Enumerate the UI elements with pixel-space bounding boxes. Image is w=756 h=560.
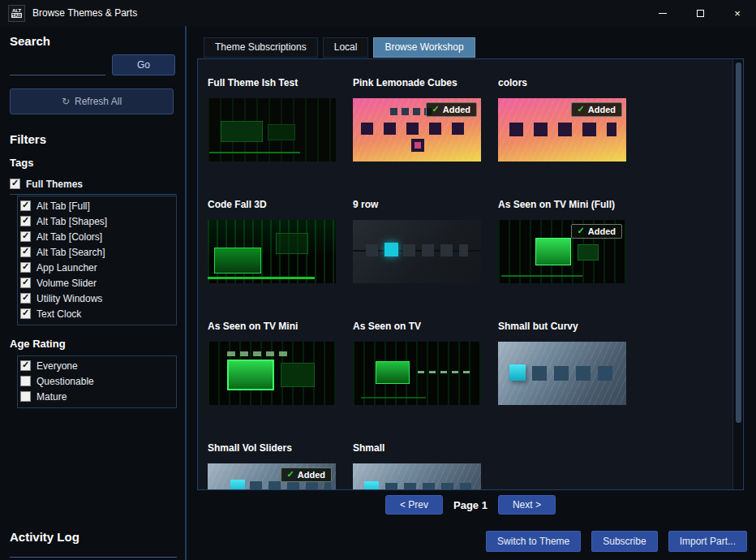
go-button[interactable]: Go [112, 54, 175, 75]
tab-label: Browse Workshop [384, 41, 463, 53]
theme-card[interactable]: As Seen on TV Mini ✓ Added [208, 321, 336, 442]
next-page-button[interactable]: Next > [498, 495, 556, 515]
action-button[interactable]: Switch to Theme [486, 531, 581, 552]
filter-tag[interactable]: Alt Tab [Full] [20, 198, 176, 213]
checkbox-label: Alt Tab [Colors] [37, 231, 102, 243]
action-button-label: Import Part... [680, 536, 736, 547]
filter-tag[interactable]: Alt Tab [Search] [20, 244, 176, 260]
thumbnail-shape [214, 248, 261, 274]
page-number-label: Page 1 [453, 499, 488, 511]
checkbox[interactable] [20, 247, 31, 257]
check-icon: ✓ [287, 469, 294, 480]
theme-title: Shmall but Curvy [498, 321, 626, 334]
tab-label: Theme Subscriptions [215, 41, 307, 53]
added-badge: ✓ Added [571, 224, 622, 239]
checkbox[interactable] [20, 278, 31, 288]
filter-tag[interactable]: Volume Slider [20, 275, 176, 291]
filter-age-rating[interactable]: Questionable [20, 373, 176, 389]
maximize-icon [697, 10, 704, 17]
theme-title: Shmall Vol Sliders [208, 442, 336, 455]
theme-card[interactable]: As Seen on TV Mini (Full) ✓ Added [498, 199, 626, 321]
theme-thumbnail[interactable]: ✓ Added [353, 463, 481, 490]
tags-heading: Tags [10, 157, 177, 169]
checkbox-label: Text Clock [37, 308, 81, 320]
theme-title: 9 row [353, 199, 481, 212]
action-button[interactable]: Import Part... [668, 531, 747, 552]
checkbox[interactable] [20, 216, 31, 226]
filter-full-themes[interactable]: Full Themes [10, 176, 177, 192]
theme-thumbnail[interactable]: ✓ Added [208, 342, 336, 405]
theme-card[interactable]: 9 row ✓ Added [353, 199, 481, 321]
age-rating-list: Everyone Questionable Mature [17, 355, 177, 408]
sidebar: Search Go ↻ Refresh All Filters Tags Ful… [0, 26, 185, 560]
close-button[interactable]: × [719, 0, 756, 26]
activity-log-field[interactable] [10, 557, 177, 558]
theme-thumbnail[interactable]: ✓ Added [498, 220, 626, 283]
tab[interactable]: Theme Subscriptions [204, 37, 318, 58]
added-badge: ✓ Added [426, 102, 477, 117]
thumbnail-shape [418, 371, 470, 373]
filter-tag[interactable]: Utility Windows [20, 291, 176, 306]
theme-thumbnail[interactable]: ✓ Added [353, 342, 481, 405]
theme-card[interactable]: colors ✓ Added [498, 77, 626, 199]
theme-card[interactable]: Shmall but Curvy ✓ Added [498, 321, 626, 442]
theme-card[interactable]: Shmall Vol Sliders ✓ Added [208, 442, 336, 490]
checkbox[interactable] [20, 293, 31, 304]
thumbnail-shape [209, 152, 300, 153]
filter-age-rating[interactable]: Everyone [20, 358, 176, 373]
theme-title: Pink Lemonade Cubes [353, 77, 481, 90]
theme-card[interactable]: Shmall ✓ Added [353, 442, 481, 490]
action-button[interactable]: Subscribe [591, 531, 657, 552]
checkbox[interactable] [20, 376, 31, 386]
theme-thumbnail[interactable]: ✓ Added [353, 98, 481, 162]
main-area: Theme Subscriptions Local Browse Worksho… [186, 26, 756, 560]
added-badge-label: Added [588, 226, 616, 236]
filter-tag[interactable]: Alt Tab [Shapes] [20, 213, 176, 229]
filters-heading: Filters [10, 132, 177, 146]
scrollbar-thumb[interactable] [736, 62, 741, 423]
search-input[interactable] [10, 56, 105, 75]
tab[interactable]: Browse Workshop [373, 37, 475, 58]
refresh-all-button[interactable]: ↻ Refresh All [10, 88, 174, 114]
theme-thumbnail[interactable]: ✓ Added [208, 463, 336, 490]
theme-thumbnail[interactable]: ✓ Added [353, 220, 481, 283]
thumbnail-shape [364, 481, 379, 490]
checkbox[interactable] [20, 262, 31, 273]
theme-title: Full Theme Ish Test [208, 77, 336, 90]
theme-card[interactable]: As Seen on TV ✓ Added [353, 321, 481, 442]
filter-tag[interactable]: Text Clock [20, 306, 176, 321]
checkbox-label: Alt Tab [Full] [37, 200, 90, 212]
theme-card[interactable]: Full Theme Ish Test ✓ Added [208, 77, 336, 199]
checkbox-label: Full Themes [26, 179, 83, 190]
theme-thumbnail[interactable]: ✓ Added [498, 98, 626, 162]
checkbox[interactable] [20, 308, 31, 319]
maximize-button[interactable] [681, 0, 719, 26]
check-icon: ✓ [578, 226, 585, 236]
theme-card[interactable]: Pink Lemonade Cubes ✓ Added [353, 77, 481, 199]
checkbox[interactable] [20, 231, 31, 242]
thumbnail-shape [208, 277, 315, 279]
checkbox[interactable] [20, 391, 31, 402]
tab[interactable]: Local [323, 37, 369, 58]
added-badge: ✓ Added [281, 467, 332, 482]
thumbnail-shape [281, 363, 315, 387]
tab-bar: Theme Subscriptions Local Browse Worksho… [204, 37, 475, 58]
tag-filter-list: Alt Tab [Full] Alt Tab [Shapes] Alt Tab … [17, 196, 177, 325]
filter-tag[interactable]: Alt Tab [Colors] [20, 229, 176, 244]
theme-card[interactable]: Code Fall 3D ✓ Added [208, 199, 336, 321]
checkbox[interactable] [10, 179, 20, 189]
filter-age-rating[interactable]: Mature [20, 389, 176, 404]
minimize-button[interactable] [644, 0, 681, 26]
theme-thumbnail[interactable]: ✓ Added [208, 220, 336, 283]
prev-page-button[interactable]: < Prev [385, 495, 443, 515]
check-icon: ✓ [578, 104, 585, 114]
workshop-panel: Full Theme Ish Test ✓ Added Pink Lemonad… [197, 58, 744, 490]
checkbox[interactable] [20, 200, 31, 211]
theme-thumbnail[interactable]: ✓ Added [208, 98, 336, 162]
scrollbar[interactable] [732, 59, 743, 489]
filter-tag[interactable]: App Launcher [20, 260, 176, 275]
search-heading: Search [10, 34, 177, 48]
theme-card-grid: Full Theme Ish Test ✓ Added Pink Lemonad… [208, 77, 626, 490]
checkbox[interactable] [20, 360, 31, 371]
theme-thumbnail[interactable]: ✓ Added [498, 342, 626, 405]
